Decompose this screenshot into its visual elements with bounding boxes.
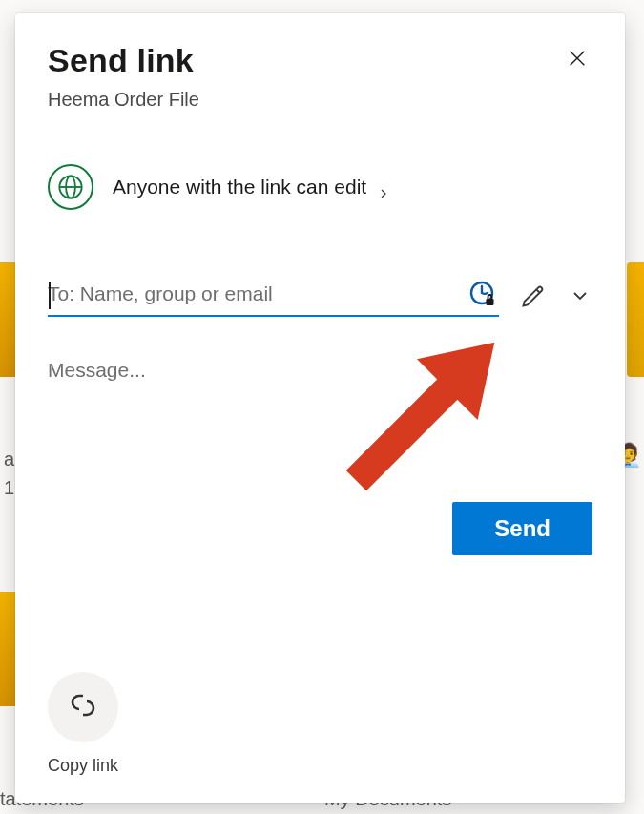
dialog-header: Send link Heema Order File bbox=[48, 42, 592, 111]
recipient-input[interactable] bbox=[48, 277, 468, 311]
bg-folder-icon bbox=[627, 262, 644, 377]
bg-text: 1 bbox=[4, 477, 14, 499]
message-input[interactable] bbox=[48, 359, 592, 405]
pencil-icon bbox=[520, 282, 547, 312]
permission-label: Anyone with the link can edit bbox=[113, 176, 366, 198]
chevron-right-icon bbox=[378, 181, 389, 193]
copy-link-label: Copy link bbox=[48, 756, 118, 776]
dialog-footer: Copy link bbox=[48, 643, 592, 776]
close-button[interactable] bbox=[558, 40, 596, 78]
close-icon bbox=[567, 48, 588, 72]
svg-rect-6 bbox=[487, 299, 494, 305]
dialog-title: Send link bbox=[48, 42, 592, 79]
chevron-down-icon bbox=[571, 287, 589, 307]
recipient-row bbox=[48, 277, 592, 317]
text-caret bbox=[49, 282, 51, 309]
svg-line-7 bbox=[536, 289, 539, 292]
recipient-input-wrap bbox=[48, 277, 499, 317]
contact-lookup-icon bbox=[468, 280, 497, 308]
copy-link-button[interactable]: Copy link bbox=[48, 672, 118, 776]
link-permission-button[interactable]: Anyone with the link can edit bbox=[48, 164, 592, 210]
globe-icon bbox=[48, 164, 93, 210]
permission-text: Anyone with the link can edit bbox=[113, 176, 389, 198]
file-name: Heema Order File bbox=[48, 89, 592, 111]
message-area bbox=[48, 359, 592, 408]
send-link-dialog: Send link Heema Order File Anyone with t… bbox=[15, 13, 625, 803]
link-icon bbox=[64, 686, 102, 728]
permission-dropdown-button[interactable] bbox=[568, 283, 592, 311]
edit-permission-button[interactable] bbox=[516, 279, 551, 316]
send-button[interactable]: Send bbox=[452, 502, 592, 555]
bg-text: a bbox=[4, 449, 14, 470]
copy-link-circle bbox=[48, 672, 118, 742]
send-row: Send bbox=[48, 502, 592, 555]
